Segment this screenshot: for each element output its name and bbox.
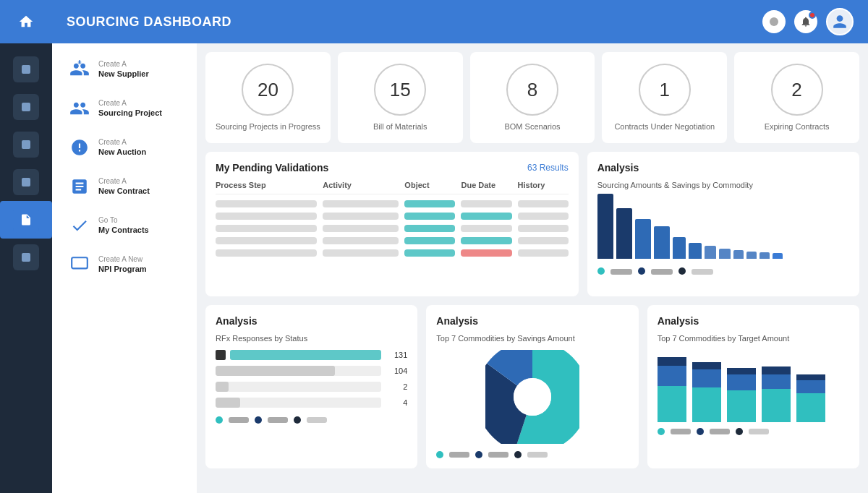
bar-11: [760, 252, 770, 259]
stacked-legend-6: [749, 428, 769, 435]
create-supplier-action[interactable]: Create A New Supplier: [61, 52, 188, 87]
rfx-row-2: 104: [216, 366, 407, 376]
my-contracts-icon: [68, 214, 91, 237]
bar-4: [654, 226, 670, 259]
stacked-bar-4: [762, 366, 791, 422]
kpi-sourcing-projects[interactable]: 20 Sourcing Projects in Progress: [205, 52, 331, 143]
skeleton-history: [518, 225, 569, 232]
sidebar-home-button[interactable]: [0, 0, 52, 43]
seg-2-3: [692, 362, 721, 369]
seg-2-2: [692, 369, 721, 387]
kpi-contracts-negotiation[interactable]: 1 Contracts Under Negotiation: [602, 52, 727, 143]
bottom-row: Analysis RFx Responses by Status 131: [205, 305, 859, 468]
legend-item-6: [692, 267, 713, 275]
table-row[interactable]: [216, 225, 569, 232]
table-row[interactable]: [216, 213, 569, 220]
notification-button[interactable]: [794, 10, 817, 33]
legend-item-2: [610, 267, 632, 275]
sourcing-icon: [68, 97, 91, 120]
pie-legend-2: [449, 451, 469, 458]
auction-icon: [68, 136, 91, 159]
pie-legend-1: [436, 451, 443, 458]
table-row[interactable]: [216, 237, 569, 244]
bar-12: [773, 253, 783, 259]
kpi-bom[interactable]: 15 Bill of Materials: [338, 52, 463, 143]
pie-legend-3: [475, 451, 482, 458]
stacked-bar-2: [692, 362, 721, 422]
pending-table-headers: Process Step Activity Object Due Date Hi…: [216, 181, 569, 194]
stacked-bar-5: [796, 374, 825, 422]
rfx-fill-2: [216, 366, 335, 376]
svg-rect-3: [22, 178, 30, 187]
go-to-contracts-action[interactable]: Go To My Contracts: [61, 208, 188, 243]
rfx-legend-2: [229, 416, 249, 424]
seg-5-1: [796, 393, 825, 422]
create-sourcing-label: Create A Sourcing Project: [98, 98, 162, 118]
bar-5: [673, 237, 686, 259]
user-avatar[interactable]: [826, 8, 854, 35]
status-indicator[interactable]: [762, 10, 786, 33]
pie-chart-svg: [485, 350, 579, 444]
create-npi-label: Create A New NPI Program: [98, 254, 147, 274]
sidebar-nav-item-1[interactable]: [0, 51, 52, 88]
seg-3-2: [727, 374, 756, 390]
pending-results-link[interactable]: 63 Results: [527, 163, 569, 173]
sidebar-nav-item-4[interactable]: [0, 163, 52, 201]
header-icons: [762, 8, 854, 35]
sidebar-nav-item-5-active[interactable]: [0, 201, 52, 239]
pending-table-rows: [216, 200, 569, 257]
create-contract-action[interactable]: Create A New Contract: [61, 169, 188, 204]
kpi-number-bom-scenarios: 8: [527, 79, 537, 101]
kpi-label-bom-scenarios: BOM Scenarios: [504, 121, 560, 132]
kpi-label-bom: Bill of Materials: [373, 121, 427, 132]
pie-card: Analysis Top 7 Commodities by Savings Am…: [426, 305, 638, 468]
rfx-fill-3: [216, 382, 229, 392]
seg-1-3: [658, 357, 686, 366]
bar-1: [597, 194, 613, 259]
seg-4-3: [762, 366, 791, 374]
table-row[interactable]: [216, 200, 569, 207]
skeleton-process: [216, 213, 317, 220]
kpi-row: 20 Sourcing Projects in Progress 15 Bill…: [205, 52, 859, 143]
rfx-header-row: 131: [216, 350, 407, 360]
kpi-expiring-contracts[interactable]: 2 Expiring Contracts: [734, 52, 859, 143]
stacked-header: Analysis: [658, 315, 849, 327]
skeleton-duedate: [461, 200, 511, 207]
rfx-fill-4: [216, 398, 240, 408]
rfx-legend-3: [255, 416, 262, 424]
create-auction-label: Create A New Auction: [98, 137, 146, 157]
stacked-legend-5: [736, 428, 743, 435]
bar-10: [746, 252, 757, 259]
skeleton-duedate: [461, 237, 511, 244]
kpi-circle-contracts-neg: 1: [639, 64, 691, 116]
stacked-bar-1: [658, 357, 686, 422]
page-title: SOURCING DASHBOARD: [67, 14, 762, 30]
create-contract-label: Create A New Contract: [98, 176, 150, 196]
rfx-legend-5: [294, 416, 301, 424]
create-npi-action[interactable]: Create A New NPI Program: [61, 247, 188, 282]
quick-actions-panel: Create A New Supplier Create A Sourcing …: [52, 43, 197, 493]
seg-1-1: [658, 386, 686, 422]
svg-rect-2: [22, 140, 30, 149]
sidebar-nav-item-6[interactable]: [0, 239, 52, 276]
sidebar-nav-item-3[interactable]: [0, 126, 52, 163]
stacked-legend-1: [658, 428, 665, 435]
rfx-legend-4: [268, 416, 288, 424]
kpi-bom-scenarios[interactable]: 8 BOM Scenarios: [470, 52, 595, 143]
contract-icon: [68, 175, 91, 198]
kpi-circle-bom: 15: [374, 64, 426, 116]
bar-3: [635, 219, 651, 259]
sidebar-nav-item-2[interactable]: [0, 88, 52, 126]
rfx-val-4: 4: [386, 398, 407, 407]
create-auction-action[interactable]: Create A New Auction: [61, 130, 188, 165]
seg-2-1: [692, 387, 721, 422]
table-row[interactable]: [216, 249, 569, 257]
kpi-number-bom: 15: [390, 79, 411, 101]
middle-row: My Pending Validations 63 Results Proces…: [205, 152, 859, 296]
rfx-top-bar: [230, 350, 381, 360]
rfx-title: Analysis: [216, 315, 258, 327]
nav-icon-1: [13, 56, 39, 82]
legend-item-5: [678, 267, 686, 275]
create-sourcing-action[interactable]: Create A Sourcing Project: [61, 91, 188, 126]
analysis-bar-title: Analysis: [597, 162, 639, 173]
